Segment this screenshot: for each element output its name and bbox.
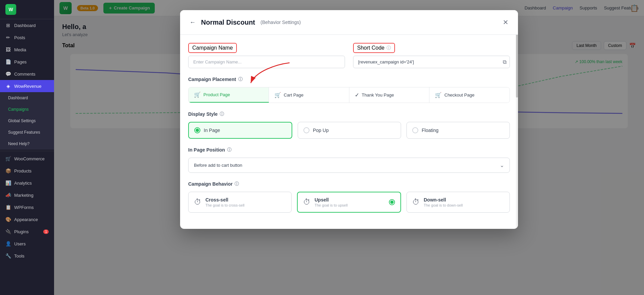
media-icon: 🖼 [5,47,11,52]
campaign-placement-section: Campaign Placement ⓘ [188,76,510,103]
in-page-radio [194,127,200,133]
placement-tab-product-page[interactable]: 🛒 Product Page [189,87,269,103]
scrollbar-track[interactable] [516,10,518,229]
upsell-text: Upsell The goal is to upsell [315,197,385,207]
sidebar-item-label: Products [14,168,31,173]
pop-up-radio [303,127,309,133]
in-page-position-title: In Page Position ⓘ [188,147,510,153]
modal-backdrop[interactable]: ← Normal Discount (Behavior Settings) ✕ … [54,0,644,295]
in-page-position-section: In Page Position ⓘ Before add to cart bu… [188,147,510,173]
cross-sell-text: Cross-sell The goal is to cross-sell [205,197,286,207]
analytics-icon: 📊 [5,180,11,186]
sidebar-item-label: Plugins [14,229,29,234]
modal-dialog: ← Normal Discount (Behavior Settings) ✕ … [180,10,518,229]
floating-radio [412,127,418,133]
display-option-pop-up[interactable]: Pop Up [298,122,401,139]
placement-tab-cart-page[interactable]: 🛒 Cart Page [269,87,349,103]
sidebar-item-sub-suggest-features[interactable]: Suggest Features [0,127,54,138]
display-option-in-page[interactable]: In Page [188,122,292,139]
behavior-info-icon[interactable]: ⓘ [234,181,239,187]
down-sell-desc: The goal is to down-sell [424,203,504,207]
sidebar-item-sub-need-help[interactable]: Need Help? [0,138,54,150]
short-code-input[interactable] [353,56,510,68]
cross-sell-label: Cross-sell [205,197,286,203]
pop-up-label: Pop Up [313,128,329,133]
modal-header: ← Normal Discount (Behavior Settings) ✕ [180,10,518,35]
modal-title: Normal Discount [201,19,255,26]
sidebar-item-marketing[interactable]: 📣 Marketing [0,189,54,201]
copy-button[interactable]: ⧉ [503,59,506,65]
sidebar-item-products[interactable]: 📦 Products [0,165,54,177]
products-icon: 📦 [5,168,11,173]
sidebar-item-woocommerce[interactable]: 🛒 WooCommerce [0,153,54,165]
modal-body: Campaign Name Short Code ⓘ ⧉ [180,35,518,229]
display-option-floating[interactable]: Floating [406,122,510,139]
position-info-icon[interactable]: ⓘ [227,147,231,153]
thank-you-page-label: Thank You Page [362,92,394,98]
logo-icon: W [5,4,16,15]
sidebar-item-label: Need Help? [8,141,29,146]
position-dropdown[interactable]: Before add to cart button ⌄ [188,158,510,173]
appearance-icon: 🎨 [5,217,11,222]
sidebar-item-label: Tools [14,253,24,259]
sidebar-item-label: Dashboard [14,23,36,28]
behavior-option-cross-sell[interactable]: ⏱ Cross-sell The goal is to cross-sell [188,192,292,213]
down-sell-text: Down-sell The goal is to down-sell [424,197,504,207]
users-icon: 👤 [5,241,11,246]
campaign-behavior-section: Campaign Behavior ⓘ ⏱ Cross-sell The goa… [188,181,510,213]
sidebar-item-analytics[interactable]: 📊 Analytics [0,177,54,189]
sidebar-item-wpforms[interactable]: 📋 WPForms [0,201,54,213]
sidebar: W ⊞ Dashboard ✏ Posts 🖼 Media 📄 Pages 💬 … [0,0,54,295]
sidebar-item-users[interactable]: 👤 Users [0,238,54,250]
display-style-section: Display Style ⓘ In Page Pop Up [188,111,510,139]
in-page-radio-dot [196,129,199,132]
sidebar-item-label: Users [14,241,26,246]
sidebar-item-tools[interactable]: 🔧 Tools [0,250,54,262]
tools-icon: 🔧 [5,253,11,259]
behavior-option-upsell[interactable]: ⏱ Upsell The goal is to upsell [297,192,401,213]
down-sell-icon: ⏱ [412,198,420,207]
sidebar-item-label: Dashboard [8,96,28,100]
sidebar-item-media[interactable]: 🖼 Media [0,44,54,56]
sidebar-item-pages[interactable]: 📄 Pages [0,56,54,68]
behavior-option-down-sell[interactable]: ⏱ Down-sell The goal is to down-sell [406,192,510,213]
display-style-info-icon[interactable]: ⓘ [220,111,224,117]
sidebar-item-comments[interactable]: 💬 Comments [0,68,54,80]
short-code-info-icon[interactable]: ⓘ [387,45,391,51]
sidebar-item-sub-dashboard[interactable]: Dashboard [0,92,54,104]
sidebar-item-appearance[interactable]: 🎨 Appearance [0,213,54,225]
woocommerce-icon: 🛒 [5,156,11,161]
sidebar-item-label: Posts [14,35,25,40]
sidebar-logo: W [0,0,54,19]
product-page-icon: 🛒 [194,91,201,98]
sidebar-item-posts[interactable]: ✏ Posts [0,31,54,44]
sidebar-item-label: Global Settings [8,118,35,123]
modal-back-button[interactable]: ← [188,18,197,27]
campaign-behavior-title: Campaign Behavior ⓘ [188,181,510,187]
in-page-label: In Page [204,128,220,133]
sidebar-item-dashboard[interactable]: ⊞ Dashboard [0,19,54,31]
checkout-page-icon: 🛒 [435,92,442,98]
sidebar-item-plugins[interactable]: 🔌 Plugins 1 [0,225,54,238]
short-code-label-wrapper: Short Code ⓘ [353,43,395,53]
placement-tab-thank-you-page[interactable]: ✓ Thank You Page [349,87,430,103]
upsell-icon: ⏱ [303,198,311,207]
sidebar-item-label: Analytics [14,181,32,186]
placement-info-icon[interactable]: ⓘ [238,76,243,82]
sidebar-item-label: WowRevenue [14,84,42,89]
sidebar-item-sub-campaigns[interactable]: Campaigns [0,104,54,115]
pages-icon: 📄 [5,59,11,64]
main-content: W Beta 1.0 ＋ Create Campaign Dashboard C… [54,0,644,295]
marketing-icon: 📣 [5,192,11,198]
campaign-name-label-wrapper: Campaign Name [188,43,237,53]
sidebar-item-sub-global-settings[interactable]: Global Settings [0,115,54,127]
placement-tab-checkout-page[interactable]: 🛒 Checkout Page [429,87,510,103]
short-code-input-wrapper: ⧉ [353,56,510,68]
modal-close-button[interactable]: ✕ [501,17,510,28]
sidebar-item-wowrevenue[interactable]: ◈ WowRevenue [0,80,54,92]
behavior-options: ⏱ Cross-sell The goal is to cross-sell ⏱… [188,192,510,213]
red-arrow-annotation [249,61,293,85]
cross-sell-icon: ⏱ [194,198,201,207]
comments-icon: 💬 [5,71,11,77]
campaign-name-label: Campaign Name [192,45,233,51]
